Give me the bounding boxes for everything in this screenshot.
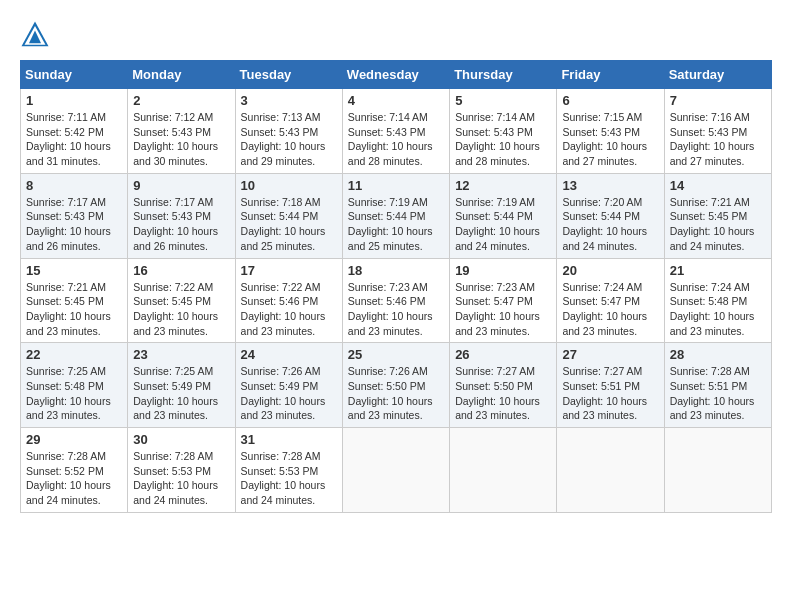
calendar-cell: 26 Sunrise: 7:27 AMSunset: 5:50 PMDaylig… [450,343,557,428]
day-info: Sunrise: 7:28 AMSunset: 5:51 PMDaylight:… [670,364,766,423]
day-info: Sunrise: 7:21 AMSunset: 5:45 PMDaylight:… [26,280,122,339]
calendar-body: 1 Sunrise: 7:11 AMSunset: 5:42 PMDayligh… [21,89,772,513]
calendar-cell: 17 Sunrise: 7:22 AMSunset: 5:46 PMDaylig… [235,258,342,343]
logo-icon [20,20,50,50]
day-number: 1 [26,93,122,108]
calendar-cell: 4 Sunrise: 7:14 AMSunset: 5:43 PMDayligh… [342,89,449,174]
header-monday: Monday [128,61,235,89]
calendar-cell: 30 Sunrise: 7:28 AMSunset: 5:53 PMDaylig… [128,428,235,513]
calendar-cell: 9 Sunrise: 7:17 AMSunset: 5:43 PMDayligh… [128,173,235,258]
logo [20,20,54,50]
day-info: Sunrise: 7:18 AMSunset: 5:44 PMDaylight:… [241,195,337,254]
day-info: Sunrise: 7:27 AMSunset: 5:51 PMDaylight:… [562,364,658,423]
day-info: Sunrise: 7:20 AMSunset: 5:44 PMDaylight:… [562,195,658,254]
day-info: Sunrise: 7:11 AMSunset: 5:42 PMDaylight:… [26,110,122,169]
day-number: 3 [241,93,337,108]
calendar-cell: 19 Sunrise: 7:23 AMSunset: 5:47 PMDaylig… [450,258,557,343]
day-number: 22 [26,347,122,362]
day-info: Sunrise: 7:15 AMSunset: 5:43 PMDaylight:… [562,110,658,169]
day-number: 12 [455,178,551,193]
calendar-week-1: 1 Sunrise: 7:11 AMSunset: 5:42 PMDayligh… [21,89,772,174]
day-info: Sunrise: 7:27 AMSunset: 5:50 PMDaylight:… [455,364,551,423]
calendar-table: SundayMondayTuesdayWednesdayThursdayFrid… [20,60,772,513]
calendar-cell: 5 Sunrise: 7:14 AMSunset: 5:43 PMDayligh… [450,89,557,174]
day-info: Sunrise: 7:28 AMSunset: 5:53 PMDaylight:… [133,449,229,508]
calendar-cell: 7 Sunrise: 7:16 AMSunset: 5:43 PMDayligh… [664,89,771,174]
calendar-week-2: 8 Sunrise: 7:17 AMSunset: 5:43 PMDayligh… [21,173,772,258]
header-thursday: Thursday [450,61,557,89]
calendar-cell: 1 Sunrise: 7:11 AMSunset: 5:42 PMDayligh… [21,89,128,174]
day-number: 17 [241,263,337,278]
day-info: Sunrise: 7:22 AMSunset: 5:45 PMDaylight:… [133,280,229,339]
calendar-cell: 12 Sunrise: 7:19 AMSunset: 5:44 PMDaylig… [450,173,557,258]
calendar-cell: 2 Sunrise: 7:12 AMSunset: 5:43 PMDayligh… [128,89,235,174]
day-number: 29 [26,432,122,447]
day-info: Sunrise: 7:28 AMSunset: 5:52 PMDaylight:… [26,449,122,508]
calendar-cell: 27 Sunrise: 7:27 AMSunset: 5:51 PMDaylig… [557,343,664,428]
day-number: 31 [241,432,337,447]
calendar-cell: 10 Sunrise: 7:18 AMSunset: 5:44 PMDaylig… [235,173,342,258]
day-info: Sunrise: 7:14 AMSunset: 5:43 PMDaylight:… [455,110,551,169]
day-number: 15 [26,263,122,278]
header-saturday: Saturday [664,61,771,89]
day-number: 18 [348,263,444,278]
day-info: Sunrise: 7:17 AMSunset: 5:43 PMDaylight:… [26,195,122,254]
day-number: 9 [133,178,229,193]
day-number: 8 [26,178,122,193]
calendar-cell [664,428,771,513]
day-info: Sunrise: 7:26 AMSunset: 5:50 PMDaylight:… [348,364,444,423]
day-info: Sunrise: 7:26 AMSunset: 5:49 PMDaylight:… [241,364,337,423]
day-info: Sunrise: 7:21 AMSunset: 5:45 PMDaylight:… [670,195,766,254]
day-info: Sunrise: 7:25 AMSunset: 5:48 PMDaylight:… [26,364,122,423]
day-info: Sunrise: 7:22 AMSunset: 5:46 PMDaylight:… [241,280,337,339]
calendar-cell: 28 Sunrise: 7:28 AMSunset: 5:51 PMDaylig… [664,343,771,428]
calendar-cell: 6 Sunrise: 7:15 AMSunset: 5:43 PMDayligh… [557,89,664,174]
day-info: Sunrise: 7:19 AMSunset: 5:44 PMDaylight:… [348,195,444,254]
calendar-cell: 31 Sunrise: 7:28 AMSunset: 5:53 PMDaylig… [235,428,342,513]
day-info: Sunrise: 7:28 AMSunset: 5:53 PMDaylight:… [241,449,337,508]
calendar-cell: 23 Sunrise: 7:25 AMSunset: 5:49 PMDaylig… [128,343,235,428]
calendar-cell: 24 Sunrise: 7:26 AMSunset: 5:49 PMDaylig… [235,343,342,428]
day-number: 10 [241,178,337,193]
day-info: Sunrise: 7:23 AMSunset: 5:47 PMDaylight:… [455,280,551,339]
day-number: 13 [562,178,658,193]
page-header [20,20,772,50]
calendar-cell [342,428,449,513]
header-friday: Friday [557,61,664,89]
calendar-cell [557,428,664,513]
calendar-cell [450,428,557,513]
day-number: 20 [562,263,658,278]
calendar-cell: 22 Sunrise: 7:25 AMSunset: 5:48 PMDaylig… [21,343,128,428]
calendar-header-row: SundayMondayTuesdayWednesdayThursdayFrid… [21,61,772,89]
day-info: Sunrise: 7:19 AMSunset: 5:44 PMDaylight:… [455,195,551,254]
day-info: Sunrise: 7:14 AMSunset: 5:43 PMDaylight:… [348,110,444,169]
day-number: 21 [670,263,766,278]
day-info: Sunrise: 7:24 AMSunset: 5:48 PMDaylight:… [670,280,766,339]
calendar-week-3: 15 Sunrise: 7:21 AMSunset: 5:45 PMDaylig… [21,258,772,343]
day-number: 6 [562,93,658,108]
calendar-cell: 16 Sunrise: 7:22 AMSunset: 5:45 PMDaylig… [128,258,235,343]
day-info: Sunrise: 7:16 AMSunset: 5:43 PMDaylight:… [670,110,766,169]
day-number: 14 [670,178,766,193]
day-number: 4 [348,93,444,108]
calendar-cell: 21 Sunrise: 7:24 AMSunset: 5:48 PMDaylig… [664,258,771,343]
day-number: 11 [348,178,444,193]
calendar-cell: 29 Sunrise: 7:28 AMSunset: 5:52 PMDaylig… [21,428,128,513]
calendar-cell: 3 Sunrise: 7:13 AMSunset: 5:43 PMDayligh… [235,89,342,174]
day-info: Sunrise: 7:12 AMSunset: 5:43 PMDaylight:… [133,110,229,169]
day-number: 27 [562,347,658,362]
calendar-cell: 20 Sunrise: 7:24 AMSunset: 5:47 PMDaylig… [557,258,664,343]
day-number: 5 [455,93,551,108]
day-info: Sunrise: 7:25 AMSunset: 5:49 PMDaylight:… [133,364,229,423]
day-info: Sunrise: 7:23 AMSunset: 5:46 PMDaylight:… [348,280,444,339]
calendar-cell: 13 Sunrise: 7:20 AMSunset: 5:44 PMDaylig… [557,173,664,258]
calendar-cell: 11 Sunrise: 7:19 AMSunset: 5:44 PMDaylig… [342,173,449,258]
header-wednesday: Wednesday [342,61,449,89]
calendar-week-5: 29 Sunrise: 7:28 AMSunset: 5:52 PMDaylig… [21,428,772,513]
day-number: 7 [670,93,766,108]
day-number: 30 [133,432,229,447]
calendar-cell: 14 Sunrise: 7:21 AMSunset: 5:45 PMDaylig… [664,173,771,258]
calendar-cell: 15 Sunrise: 7:21 AMSunset: 5:45 PMDaylig… [21,258,128,343]
day-info: Sunrise: 7:13 AMSunset: 5:43 PMDaylight:… [241,110,337,169]
day-number: 25 [348,347,444,362]
